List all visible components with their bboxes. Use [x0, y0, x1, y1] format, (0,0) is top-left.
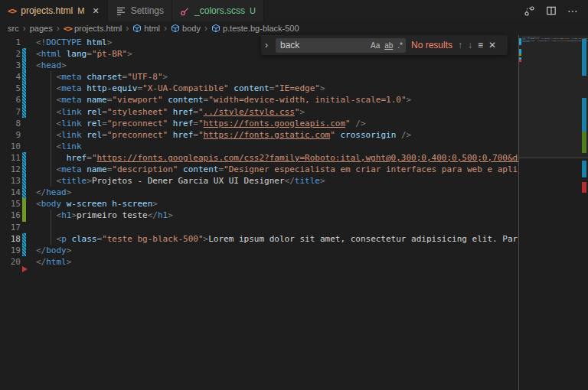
- find-input-box: Aa ab .*: [276, 38, 406, 53]
- match-case-icon[interactable]: Aa: [371, 41, 380, 50]
- code-line: 3<head>: [0, 60, 518, 71]
- code-text: <body w-screen h-screen>: [26, 198, 158, 210]
- symbol-cube-icon: [211, 24, 220, 33]
- code-line: 18 <p class="teste bg-black-500">Lorem i…: [0, 233, 518, 245]
- more-actions-icon[interactable]: ⋯: [567, 5, 579, 17]
- code-text: <link rel="preconnect" href="https://fon…: [26, 118, 366, 129]
- line-number[interactable]: 4: [0, 71, 21, 83]
- line-number[interactable]: 2: [0, 48, 21, 60]
- code-editor[interactable]: 1<!DOCTYPE html>2<html lang="ṕt-BR">3<he…: [0, 35, 588, 390]
- next-match-icon[interactable]: ↓: [468, 40, 472, 50]
- editor-actions: ⋯: [524, 0, 588, 21]
- symbol-cube-icon: [132, 24, 142, 33]
- line-number[interactable]: 11: [0, 152, 21, 164]
- tab-label: _colors.scss: [194, 5, 245, 16]
- code-line: 5 <meta http-equiv="X-UA-Compatible" con…: [0, 83, 518, 94]
- minimap-modified-mark: [519, 38, 521, 46]
- code-line: 9 <link rel="preconnect" href="https://f…: [0, 129, 518, 141]
- breadcrumb-pages[interactable]: pages: [30, 24, 53, 33]
- modified-badge: M: [77, 6, 84, 15]
- line-number[interactable]: 14: [0, 187, 21, 198]
- code-text: <meta charset="UTF-8">: [525, 38, 539, 39]
- ruler-added-mark: [582, 132, 587, 153]
- line-number[interactable]: 3: [0, 60, 21, 71]
- code-text: <meta http-equiv="X-UA-Compatible" conte…: [26, 83, 325, 94]
- breadcrumb-src[interactable]: src: [8, 24, 19, 33]
- code-line: 13 <title>Projetos - Dener Garcia UX UI …: [0, 175, 518, 187]
- deleted-lines-marker[interactable]: [22, 266, 28, 272]
- regex-icon[interactable]: .*: [397, 41, 403, 50]
- code-text: <h1>primeiro teste</h1>: [26, 210, 173, 221]
- code-line: 10 <link: [0, 141, 518, 152]
- indent-guide: [51, 210, 51, 245]
- code-text: <h1>primeiro teste</h1>: [535, 41, 550, 41]
- whole-word-icon[interactable]: ab: [384, 41, 393, 50]
- code-text: <!DOCTYPE html>: [26, 37, 112, 48]
- line-number[interactable]: 12: [0, 164, 21, 175]
- tab-bar: <> projects.html M ✕ Settings: [0, 0, 588, 21]
- code-line: 15<body w-screen h-screen>: [0, 198, 518, 210]
- indent-guide: [51, 71, 51, 187]
- code-text: </html>: [526, 41, 530, 42]
- line-number[interactable]: 16: [0, 210, 21, 221]
- minimap-deleted-mark: [519, 60, 521, 61]
- line-number[interactable]: 10: [0, 141, 21, 152]
- html-file-icon: <>: [64, 24, 72, 34]
- line-number[interactable]: 19: [0, 245, 21, 256]
- tab-projects-html[interactable]: <> projects.html M ✕: [0, 0, 108, 21]
- ruler-modified-mark: [582, 98, 587, 132]
- line-number[interactable]: 9: [0, 129, 21, 141]
- code-text: <meta name="description" content="Design…: [26, 164, 518, 175]
- overview-ruler[interactable]: [581, 35, 587, 390]
- code-line: 20</html>: [0, 256, 518, 268]
- code-lines[interactable]: 1<!DOCTYPE html>2<html lang="ṕt-BR">3<he…: [0, 35, 518, 390]
- line-number[interactable]: 8: [0, 118, 21, 129]
- find-results-count: No results: [411, 40, 452, 50]
- vscode-editor-window: <> projects.html M ✕ Settings: [0, 0, 588, 390]
- line-number[interactable]: 1: [0, 37, 21, 48]
- code-line: 16 <h1>primeiro teste</h1>: [0, 210, 518, 221]
- code-text: </body>: [26, 245, 71, 256]
- minimap[interactable]: <!DOCTYPE html><html lang="ṕt-BR"><head>…: [519, 35, 588, 390]
- line-number[interactable]: 13: [0, 175, 21, 187]
- toggle-replace-icon[interactable]: ›: [263, 40, 270, 50]
- line-number[interactable]: 20: [0, 256, 21, 268]
- line-number[interactable]: 6: [0, 94, 21, 106]
- code-line: 7 <link rel="stylesheet" href="../style/…: [0, 106, 518, 118]
- ruler-modified-mark: [582, 161, 587, 177]
- settings-icon: [116, 5, 126, 16]
- breadcrumb-file[interactable]: <> projects.html: [64, 24, 122, 34]
- line-number[interactable]: 15: [0, 198, 21, 210]
- tab-settings[interactable]: Settings: [108, 0, 172, 21]
- open-changes-icon[interactable]: [524, 5, 535, 17]
- code-text: <p class="teste bg-black-500">Lorem ipsu…: [26, 233, 518, 245]
- close-find-icon[interactable]: ✕: [488, 40, 496, 50]
- find-input[interactable]: [280, 40, 366, 50]
- previous-match-icon[interactable]: ↑: [458, 40, 462, 50]
- breadcrumb: src › pages › <> projects.html › html › …: [0, 21, 588, 35]
- code-text: <link: [26, 141, 82, 152]
- code-line: 12 <meta name="description" content="Des…: [0, 164, 518, 175]
- breadcrumb-p-element[interactable]: p.teste.bg-black-500: [211, 24, 299, 33]
- code-text: <meta http-equiv="X-UA-Compatible" conte…: [539, 38, 570, 39]
- line-number[interactable]: 5: [0, 83, 21, 94]
- close-tab-icon[interactable]: ✕: [92, 6, 99, 16]
- split-editor-icon[interactable]: [546, 5, 557, 16]
- code-line: 8 <link rel="preconnect" href="https://f…: [0, 118, 518, 129]
- find-in-selection-icon[interactable]: ≡: [478, 40, 483, 50]
- tab-label: projects.html: [21, 5, 73, 16]
- line-number[interactable]: 18: [0, 233, 21, 245]
- code-text: <meta charset="UTF-8">: [26, 71, 168, 83]
- breadcrumb-html[interactable]: html: [132, 24, 160, 33]
- code-line: 17: [0, 222, 518, 233]
- line-number[interactable]: 17: [0, 222, 21, 233]
- tab-colors-scss[interactable]: _colors.scss U: [172, 0, 264, 21]
- code-text: </html>: [26, 256, 71, 268]
- ruler-deleted-mark: [582, 182, 587, 193]
- code-text: <head>: [26, 60, 67, 71]
- breadcrumb-body[interactable]: body: [171, 24, 201, 33]
- minimap-added-mark: [519, 54, 521, 56]
- minimap-slider[interactable]: [519, 35, 588, 158]
- code-line: 14</head>: [0, 187, 518, 198]
- line-number[interactable]: 7: [0, 106, 21, 118]
